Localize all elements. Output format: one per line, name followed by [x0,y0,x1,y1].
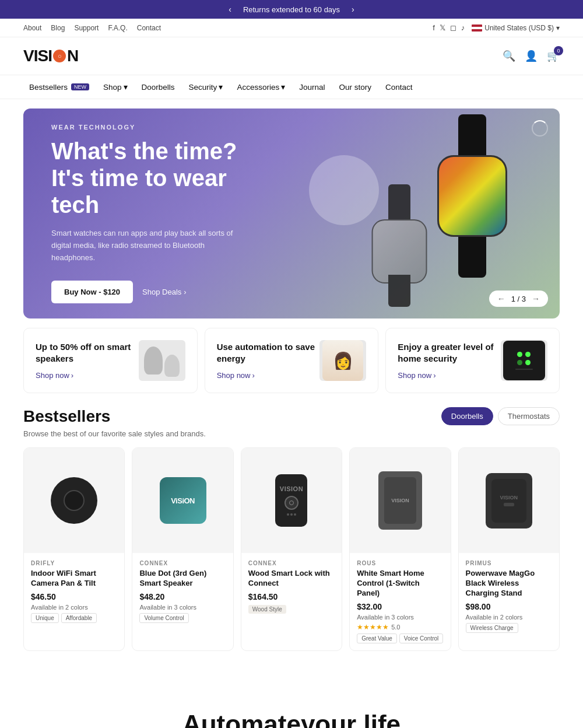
product-colors-0: Available in 2 colors [31,604,117,611]
nav-label-shop: Shop [103,83,122,92]
utility-nav: About Blog Support F.A.Q. Contact f 𝕏 ◻ … [0,19,583,37]
nav-item-our-story[interactable]: Our story [333,76,377,99]
about-link[interactable]: About [23,24,41,32]
product-info-control: ROUS White Smart Home Control (1-Switch … [350,553,450,650]
product-tags-1: Volume Control [139,613,226,623]
loading-arc [532,120,548,136]
utility-right: f 𝕏 ◻ ♪ United States (USD $) ▾ [433,23,560,32]
logo-text-end: N [67,47,78,65]
hero-prev-button[interactable]: ← [497,294,505,303]
shop-deals-button[interactable]: Shop Deals › [142,288,187,296]
promo-card-content-automation: Use automation to save energy Shop now › [217,341,320,380]
product-colors-1: Available in 3 colors [139,604,226,611]
accessories-chevron-icon: ▾ [281,82,285,92]
filter-thermostats[interactable]: Thermostats [498,407,560,425]
shop-chevron-icon: ▾ [124,82,128,92]
tiktok-icon: ♪ [461,23,465,32]
nav-label-contact: Contact [385,83,413,92]
promo-security-link[interactable]: Shop now › [398,371,501,380]
chevron-down-icon: ▾ [556,24,560,32]
slide-counter: 1 / 3 [511,295,526,303]
lock-dots [287,513,296,516]
section-header: Bestsellers Browse the best of our favor… [23,407,560,438]
shop-deals-label: Shop Deals [142,288,181,296]
nav-item-accessories[interactable]: Accessories ▾ [231,75,291,99]
promo-speakers-image [139,340,185,381]
support-link[interactable]: Support [74,24,99,32]
main-nav: Bestsellers NEW Shop ▾ Doorbells Securit… [0,75,583,99]
bestsellers-section: Bestsellers Browse the best of our favor… [0,407,583,674]
promo-automation-image: 👩 [319,340,366,381]
promo-automation-link[interactable]: Shop now › [217,371,320,380]
arrow-right-icon: › [71,371,73,380]
nav-item-doorbells[interactable]: Doorbells [136,76,181,99]
automate-title-highlight: your life [301,709,401,728]
product-card-control[interactable]: VISION ROUS White Smart Home Control (1-… [349,447,451,651]
main-header: VISI ○ N 🔍 👤 🛒 0 [0,37,583,75]
region-selector[interactable]: United States (USD $) ▾ [472,24,560,32]
product-brand-2: CONNEX [248,560,335,566]
faq-link[interactable]: F.A.Q. [108,24,127,32]
new-badge: NEW [71,83,89,90]
filter-doorbells[interactable]: Doorbells [441,407,493,425]
announcement-text: Returns extended to 60 days [243,5,340,14]
camera-illustration [51,477,97,524]
tag-volume-control: Volume Control [139,613,188,623]
product-card-camera[interactable]: DRIFLY Indoor WiFi Smart Camera Pan & Ti… [23,447,125,651]
region-label: United States (USD $) [484,24,554,32]
flag-icon [472,24,482,32]
product-price-3: $32.00 [357,602,443,611]
cart-button[interactable]: 🛒 0 [547,50,560,62]
announcement-prev-button[interactable]: ‹ [229,5,231,14]
nav-item-contact[interactable]: Contact [380,76,419,99]
nav-item-security[interactable]: Security ▾ [183,75,229,99]
buy-now-button[interactable]: Buy Now - $120 [51,281,133,303]
control-illustration: VISION [378,471,422,530]
promo-cards: Up to 50% off on smart speakers Shop now… [23,328,560,393]
bestsellers-subtitle: Browse the best of our favorite sale sty… [23,429,206,438]
style-badge-2: Wood Style [248,605,286,614]
product-brand-1: CONNEX [139,560,226,566]
hero-tag: WEAR TECHNOLOGY [51,124,275,131]
social-icons: f 𝕏 ◻ ♪ [433,23,465,32]
tag-voice-control: Voice Control [399,634,443,643]
arrow-right-icon: › [252,371,254,380]
hero-next-button[interactable]: → [532,294,540,303]
promo-card-security: Enjoy a greater level of home security S… [385,328,560,393]
promo-card-speakers: Up to 50% off on smart speakers Shop now… [23,328,198,393]
product-info-lock: CONNEX Wood Smart Lock with Connect $164… [241,553,342,623]
promo-speakers-link[interactable]: Shop now › [36,371,139,380]
nav-label-accessories: Accessories [237,83,279,92]
product-brand-4: PRIMUS [466,560,552,566]
twitter-icon: 𝕏 [440,23,445,32]
product-info-charger: PRIMUS Powerwave MagGo Black Wireless Ch… [459,553,559,640]
product-card-lock[interactable]: VISION CONNEX Wood Smart Lock with Conne… [241,447,342,651]
instagram-icon: ◻ [450,23,456,32]
hero-content: WEAR TECHNOLOGY What's the time? It's ti… [23,108,303,318]
product-image-camera [24,448,124,553]
charger-inner: VISION [491,479,526,523]
hero-section: WEAR TECHNOLOGY What's the time? It's ti… [23,108,560,318]
promo-card-automation: Use automation to save energy Shop now ›… [205,328,379,393]
product-name-0: Indoor WiFi Smart Camera Pan & Tilt [31,569,117,589]
product-stars-3: ★★★★★ [357,623,389,631]
logo-text: VISI [23,47,52,65]
nav-item-journal[interactable]: Journal [293,76,331,99]
announcement-next-button[interactable]: › [352,5,354,14]
nav-label-our-story: Our story [339,83,371,92]
nav-item-bestsellers[interactable]: Bestsellers NEW [23,76,95,99]
product-name-3: White Smart Home Control (1-Switch Panel… [357,569,443,598]
account-button[interactable]: 👤 [525,50,538,62]
cart-badge: 0 [554,46,563,55]
product-card-charger[interactable]: VISION PRIMUS Powerwave MagGo Black Wire… [458,447,560,651]
search-button[interactable]: 🔍 [503,50,515,62]
contact-link[interactable]: Contact [137,24,161,32]
blog-link[interactable]: Blog [51,24,65,32]
security-chevron-icon: ▾ [219,82,223,92]
product-card-speaker[interactable]: ViSiON CONNEX Blue Dot (3rd Gen) Smart S… [132,447,233,651]
promo-security-title: Enjoy a greater level of home security [398,341,501,364]
promo-speakers-title: Up to 50% off on smart speakers [36,341,139,364]
nav-item-shop[interactable]: Shop ▾ [97,75,134,99]
product-info-speaker: CONNEX Blue Dot (3rd Gen) Smart Speaker … [132,553,233,630]
hero-description: Smart watches can run apps and play back… [51,228,250,264]
